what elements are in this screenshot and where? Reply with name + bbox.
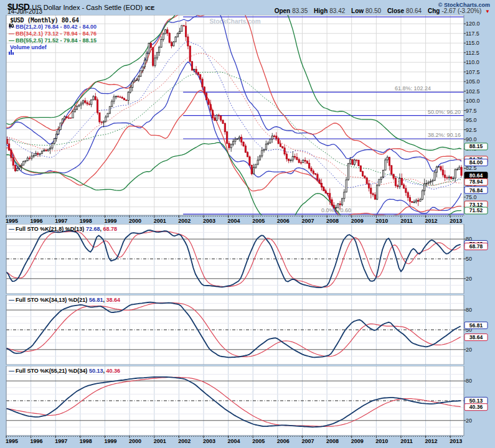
stoch3-k-value: 50.13 [89, 368, 103, 374]
price-badge: 40.36 [464, 404, 488, 411]
stoch-tick-label: 80 [466, 307, 472, 313]
open-value: 83.35 [292, 7, 308, 14]
chg-label: Chg [428, 7, 440, 14]
year-label: 2012 [425, 438, 438, 444]
price-badge: 88.15 [464, 143, 488, 150]
year-label: 2003 [203, 438, 215, 444]
bb55-legend: —BB(55,2.5) 71.52 - 79.84 - 88.15 [9, 37, 97, 44]
open-label: Open [275, 7, 291, 14]
year-label: 2004 [228, 218, 240, 224]
price-tick-label: 95.0 [466, 117, 477, 123]
price-badge: 50.13 [464, 397, 488, 404]
stoch-tick-label: 50 [466, 256, 472, 262]
year-label: 2010 [375, 218, 388, 224]
price-tick-label: 90.0 [466, 136, 477, 142]
price-tick-label: 107.5 [466, 69, 480, 75]
low-value: 80.50 [365, 7, 381, 14]
year-label: 2011 [400, 218, 413, 224]
price-badge: 78.94 [464, 179, 488, 185]
bb34-swatch: — [9, 30, 14, 37]
price-badge: 56.81 [464, 322, 488, 329]
stoch1-d-value: 68.78 [103, 226, 117, 232]
year-label: 2007 [301, 438, 314, 444]
close-label: Close [387, 7, 404, 14]
high-label: High [314, 7, 328, 14]
chg-value: -2.67 (-3.20%) [441, 7, 481, 14]
price-tick-label: 97.5 [466, 108, 477, 114]
stoch3-chart-canvas: 20508050.1340.36199519961997199819992000… [0, 366, 495, 446]
year-label: 2002 [178, 438, 191, 444]
year-label: 2006 [277, 218, 290, 224]
exchange-label: ICE [145, 5, 154, 11]
price-legend: $USD (Monthly) 80.64 —BB(21,2.0) 76.84 -… [9, 17, 97, 51]
svg-text:40.36: 40.36 [469, 404, 483, 410]
year-label: 2012 [425, 218, 438, 224]
year-label: 2008 [326, 218, 339, 224]
year-label: 2000 [129, 438, 141, 444]
price-tick-label: 117.5 [466, 30, 479, 37]
year-label: 1997 [55, 218, 67, 224]
high-value: 83.42 [329, 7, 345, 14]
price-badge: 76.84 [464, 187, 488, 194]
volume-legend: Volume undef [9, 44, 97, 51]
year-label: 2003 [203, 218, 215, 224]
price-tick-label: 102.5 [466, 88, 480, 95]
year-label: 2001 [154, 438, 166, 444]
fib-label: 38.2%: 90.16 [428, 132, 461, 138]
stoch-tick-label: 20 [466, 347, 472, 353]
year-label: 2010 [375, 438, 388, 444]
year-label: 1996 [31, 218, 43, 224]
stoch2-chart-canvas: 20508056.8138.64 [0, 295, 495, 365]
year-label: 1999 [104, 218, 116, 224]
stockcharts-page: $USDUS Dollar Index - Cash Settle (EOD)I… [0, 0, 495, 448]
svg-text:76.84: 76.84 [469, 187, 483, 194]
svg-text:50.13: 50.13 [469, 398, 483, 404]
year-label: 1995 [6, 438, 18, 444]
year-label: 2013 [450, 438, 462, 444]
page-title: US Dollar Index - Cash Settle (EOD) [32, 4, 143, 11]
year-label: 1998 [80, 438, 92, 444]
year-label: 1996 [31, 438, 43, 444]
stoch1-k-value: 72.68 [86, 226, 100, 232]
year-label: 1995 [6, 218, 18, 224]
price-tick-label: 112.5 [466, 50, 479, 56]
stoch3-swatch: — [9, 368, 14, 374]
price-badge: 68.78 [464, 243, 488, 250]
year-label: 2006 [277, 438, 290, 444]
stoch2-k-value: 56.81 [89, 297, 103, 303]
price-tick-label: 105.0 [466, 78, 480, 85]
year-label: 2000 [129, 218, 141, 224]
svg-text:88.15: 88.15 [469, 143, 483, 149]
year-label: 2008 [326, 438, 339, 444]
stoch1-chart-canvas: 20508072.6868.78 [0, 224, 495, 294]
svg-text:78.94: 78.94 [469, 179, 483, 185]
chart-date: 14-Jun-2013 [7, 8, 42, 15]
fib-label: 61.8%: 102.24 [395, 85, 431, 91]
price-tick-label: 120.0 [466, 21, 480, 27]
year-label: 2011 [400, 438, 413, 444]
fib-label: 50.0%: 96.20 [428, 109, 461, 115]
svg-text:71.52: 71.52 [469, 207, 483, 213]
svg-text:80.64: 80.64 [469, 172, 483, 179]
year-label: 1998 [80, 218, 92, 224]
price-badge: 80.64 [464, 172, 488, 179]
year-label: 2009 [351, 438, 364, 444]
stoch2-d-value: 38.64 [106, 297, 120, 303]
price-tick-label: 115.0 [466, 40, 479, 46]
year-label: 2013 [450, 218, 462, 224]
stoch3-d-value: 40.36 [106, 368, 120, 374]
bb21-legend: —BB(21,2.0) 76.84 - 80.42 - 84.00 [9, 24, 97, 30]
year-label: 2001 [154, 218, 166, 224]
svg-text:38.64: 38.64 [469, 334, 483, 340]
bb55-swatch: — [9, 37, 14, 44]
stoch2-swatch: — [9, 297, 14, 303]
bb34-legend: —BB(34,2.1) 73.12 - 78.94 - 84.76 [9, 30, 97, 37]
price-badge: 38.64 [464, 334, 488, 341]
price-tick-label: 100.0 [466, 98, 480, 104]
year-label: 2005 [252, 438, 265, 444]
stoch2-legend: —Full STO %K(34,13) %D(21) 56.81, 38.64 [9, 297, 120, 304]
price-badge: 84.00 [464, 159, 488, 166]
year-label: 1997 [55, 438, 67, 444]
svg-text:73.12: 73.12 [469, 202, 483, 208]
price-legend-title: $USD (Monthly) 80.64 [9, 17, 97, 24]
